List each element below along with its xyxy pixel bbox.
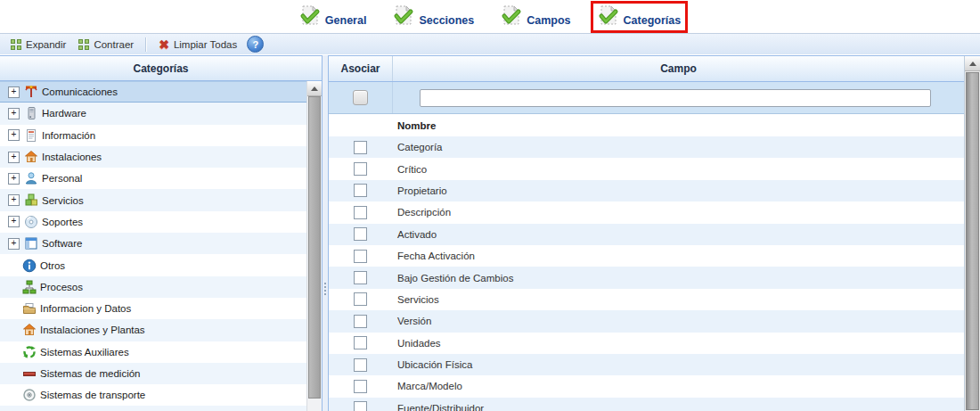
table-row-fecha-activaci-n[interactable]: Fecha Activación: [329, 245, 964, 267]
row-checkbox[interactable]: [354, 184, 367, 197]
expand-plus-icon[interactable]: +: [8, 108, 20, 119]
tab-campos[interactable]: Campos: [494, 1, 577, 33]
table-row-descripci-n[interactable]: Descripción: [329, 201, 964, 223]
toolbar: Expandir Contraer ✖ Limpiar Todas ?: [0, 33, 980, 54]
column-header-asociar[interactable]: Asociar: [329, 56, 393, 81]
circle-sliver-icon: [22, 406, 37, 411]
tab-general[interactable]: General: [292, 1, 374, 33]
scroll-up-button[interactable]: [965, 56, 980, 71]
right-scrollbar[interactable]: [964, 56, 980, 411]
tree-item-sistemas-auxiliares[interactable]: Sistemas Auxiliares: [0, 341, 322, 363]
disc-icon: [24, 215, 38, 229]
doc-check-icon: [393, 5, 414, 29]
collapse-button[interactable]: Contraer: [72, 37, 140, 52]
select-all-checkbox[interactable]: [353, 90, 368, 105]
left-scrollbar[interactable]: [306, 81, 322, 411]
flowchart-icon: [22, 280, 37, 294]
column-header-campo[interactable]: Campo: [393, 56, 964, 81]
tree-item-servicios[interactable]: + Servicios: [0, 189, 322, 210]
red-x-icon: ✖: [159, 38, 169, 51]
main-area: Categorías + Comunicaciones + Hardware +…: [0, 55, 980, 411]
row-checkbox[interactable]: [354, 336, 367, 349]
table-row-ubicaci-n-f-sica[interactable]: Ubicación Física: [329, 354, 964, 375]
categories-tree: + Comunicaciones + Hardware + Informació…: [0, 81, 322, 411]
scrollbar-thumb[interactable]: [966, 72, 979, 410]
group-header-nombre: Nombre: [329, 114, 964, 136]
antenna-icon: [24, 85, 38, 99]
doc-check-icon: [501, 5, 522, 29]
expand-plus-icon[interactable]: +: [8, 238, 20, 250]
wheel-icon: [22, 388, 37, 402]
expand-plus-icon[interactable]: +: [8, 86, 20, 98]
expand-button[interactable]: Expandir: [4, 37, 72, 52]
row-checkbox[interactable]: [354, 401, 367, 411]
table-row-categor-a[interactable]: Categoría: [329, 136, 964, 158]
row-checkbox[interactable]: [354, 227, 367, 241]
tree-item-instalaciones-y-plantas[interactable]: Instalaciones y Plantas: [0, 319, 322, 341]
tree-item-hardware[interactable]: + Hardware: [0, 103, 322, 124]
row-checkbox[interactable]: [354, 206, 367, 219]
table-row-servicios[interactable]: Servicios: [329, 289, 964, 310]
expand-plus-icon[interactable]: +: [8, 194, 20, 206]
row-checkbox[interactable]: [354, 380, 367, 393]
row-checkbox[interactable]: [354, 141, 367, 154]
expand-plus-icon[interactable]: +: [8, 216, 20, 227]
campo-filter-input[interactable]: [420, 89, 931, 107]
tree-item-procesos[interactable]: Procesos: [0, 276, 322, 298]
tree-item-informaci-n[interactable]: + Información: [0, 125, 322, 146]
table-row-unidades[interactable]: Unidades: [329, 333, 964, 354]
house-icon: [24, 150, 38, 164]
row-checkbox[interactable]: [354, 250, 367, 263]
table-row-activado[interactable]: Activado: [329, 224, 964, 245]
document-icon: [24, 128, 38, 143]
clear-all-label: Limpiar Todas: [174, 39, 237, 50]
tree-item-sistemas-de-medici-n[interactable]: Sistemas de medición: [0, 363, 322, 384]
categories-panel-title: Categorías: [0, 56, 322, 81]
expand-plus-icon[interactable]: +: [8, 173, 20, 185]
table-row-fuente-distribuidor[interactable]: Fuente/Distribuidor: [329, 398, 964, 411]
tree-item-otros[interactable]: Otros: [0, 254, 322, 275]
tab-secciones[interactable]: Secciones: [386, 1, 481, 33]
doc-check-icon: [299, 5, 321, 29]
toolbar-separator: [145, 37, 147, 52]
doc-check-icon: [598, 5, 619, 29]
tree-item-instalaciones[interactable]: + Instalaciones: [0, 146, 322, 168]
splitter-handle-icon: [324, 283, 326, 284]
house-icon: [22, 323, 37, 337]
table-row-versi-n[interactable]: Versión: [329, 310, 964, 332]
row-checkbox[interactable]: [354, 162, 367, 176]
recycle-icon: [22, 345, 37, 359]
row-checkbox[interactable]: [354, 358, 367, 372]
table-row-bajo-gesti-n-de-cambios[interactable]: Bajo Gestión de Cambios: [329, 267, 964, 288]
table-row-cr-tico[interactable]: Crítico: [329, 158, 964, 179]
tree-item-informacion-y-datos[interactable]: Informacion y Datos: [0, 298, 322, 319]
app-window-icon: [24, 236, 38, 251]
computer-icon: [24, 106, 38, 120]
expand-plus-icon[interactable]: +: [8, 152, 20, 163]
help-icon[interactable]: ?: [247, 36, 264, 53]
row-checkbox[interactable]: [354, 271, 367, 284]
fields-grid: Asociar Campo Nombre Categoría Crítico P…: [329, 56, 964, 411]
expand-plus-icon[interactable]: +: [8, 129, 20, 141]
categories-panel: Categorías + Comunicaciones + Hardware +…: [0, 55, 323, 411]
tab-categorías[interactable]: Categorías: [591, 1, 689, 33]
row-checkbox[interactable]: [354, 315, 367, 328]
row-checkbox[interactable]: [354, 292, 367, 306]
up-arrow-icon: [311, 86, 318, 91]
table-row-propietario[interactable]: Propietario: [329, 180, 964, 201]
clear-all-button[interactable]: ✖ Limpiar Todas: [152, 37, 243, 53]
tree-item-partial[interactable]: [0, 406, 322, 411]
person-icon: [24, 171, 38, 185]
scrollbar-thumb[interactable]: [308, 96, 321, 399]
tree-item-software[interactable]: + Software: [0, 233, 322, 254]
fields-panel: Asociar Campo Nombre Categoría Crítico P…: [328, 55, 980, 411]
expand-icon: [11, 39, 21, 50]
collapse-label: Contraer: [94, 39, 134, 50]
expand-label: Expandir: [26, 39, 66, 50]
tree-item-sistemas-de-transporte[interactable]: Sistemas de transporte: [0, 384, 322, 406]
tree-item-soportes[interactable]: + Soportes: [0, 211, 322, 233]
tree-item-comunicaciones[interactable]: + Comunicaciones: [0, 81, 322, 103]
tree-item-personal[interactable]: + Personal: [0, 168, 322, 189]
scroll-up-button[interactable]: [307, 81, 322, 96]
table-row-marca-modelo[interactable]: Marca/Modelo: [329, 375, 964, 397]
